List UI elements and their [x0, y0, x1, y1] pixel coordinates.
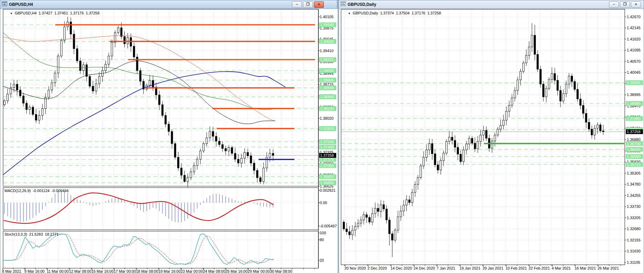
- bull-candle: [483, 130, 484, 135]
- bull-candle: [354, 226, 356, 230]
- bear-candle: [602, 131, 604, 132]
- price-tag-label: 1.36695: [320, 181, 334, 185]
- bear-candle: [168, 124, 170, 131]
- chart-client-right[interactable]: 1.426701.421451.416201.410951.405701.400…: [339, 9, 644, 273]
- bear-candle: [121, 28, 122, 37]
- bear-candle: [70, 22, 72, 34]
- chart-icon: [340, 1, 346, 8]
- bear-candle: [554, 73, 556, 80]
- bull-candle: [411, 192, 413, 203]
- bear-candle: [162, 105, 163, 115]
- bear-candle: [369, 217, 370, 222]
- bear-candle: [158, 95, 160, 105]
- bull-candle: [117, 28, 119, 33]
- price-tag-label: 1.38585: [627, 102, 641, 106]
- time-axis-label: 25 Mar 16:00: [225, 269, 248, 273]
- bear-candle: [79, 61, 81, 70]
- price-tag-label: 1.37175: [320, 157, 334, 162]
- price-tag-label: 1.36820: [320, 175, 334, 179]
- price-axis-label: -0.005497: [320, 224, 337, 228]
- bull-candle: [357, 223, 359, 226]
- chart-window-gbpusd-h4[interactable]: GBPUSD,H4 – ❐ × 1.401051.398751.396451.3…: [0, 0, 337, 273]
- time-axis-label: 23 Mar 00:00: [181, 269, 203, 273]
- time-axis-label: 26 Mar 2021: [598, 266, 619, 270]
- bull-candle: [414, 184, 416, 192]
- time-axis-label: 17 Mar 00:00: [114, 269, 136, 273]
- bear-candle: [588, 122, 590, 129]
- bear-candle: [139, 71, 141, 81]
- time-axis-label: 12 Mar 08:00: [69, 269, 91, 273]
- time-axis-label: 9 Mar 16:00: [24, 269, 45, 273]
- time-axis[interactable]: 8 Mar 20219 Mar 16:0011 Mar 00:0012 Mar …: [2, 268, 315, 273]
- bear-candle: [392, 234, 393, 240]
- price-tag-label: 1.37880: [627, 117, 641, 121]
- bull-candle: [565, 84, 567, 94]
- bear-candle: [234, 153, 236, 159]
- bull-candle: [187, 178, 189, 181]
- titlebar-right[interactable]: GBPUSD,Daily – ❐ ×: [339, 0, 644, 9]
- minimize-button[interactable]: –: [292, 1, 302, 8]
- price-axis[interactable]: 1.426701.421451.416201.410951.405701.400…: [625, 15, 643, 264]
- price-tag-label: 1.39940: [320, 23, 334, 27]
- bear-candle: [237, 159, 239, 163]
- window-title: GBPUSD,Daily: [348, 2, 376, 7]
- bull-candle: [372, 214, 373, 222]
- bull-candle: [500, 126, 501, 129]
- bull-candle: [13, 84, 15, 88]
- maximize-button[interactable]: ❐: [303, 1, 313, 8]
- time-axis-label: 15 Mar 16:00: [91, 269, 114, 273]
- price-tag-label: 1.39600: [320, 39, 334, 44]
- time-axis-label: 29 Jan 2021: [483, 266, 504, 270]
- time-axis-label: 4 Mar 2021: [552, 266, 571, 270]
- chart-client-left[interactable]: 1.401051.398751.396451.394101.391801.389…: [0, 9, 337, 273]
- bull-candle: [193, 166, 195, 172]
- close-button[interactable]: ×: [314, 1, 324, 8]
- price-axis-label: 20: [320, 258, 324, 262]
- bull-candle: [465, 144, 467, 150]
- bear-candle: [386, 209, 387, 220]
- bull-candle: [269, 153, 271, 157]
- bear-candle: [366, 215, 368, 217]
- bear-candle: [591, 129, 593, 135]
- bull-candle: [423, 157, 425, 166]
- price-axis-label: 1.33730: [627, 204, 641, 209]
- bull-candle: [42, 109, 43, 116]
- bull-candle: [563, 94, 564, 101]
- bull-candle: [494, 135, 496, 141]
- bear-candle: [124, 36, 125, 44]
- bear-candle: [486, 130, 487, 138]
- bear-candle: [583, 105, 584, 114]
- chart-window-gbpusd-daily[interactable]: GBPUSD,Daily – ❐ × 1.426701.421451.41620…: [339, 0, 644, 273]
- bull-candle: [38, 115, 40, 120]
- bear-candle: [383, 205, 385, 209]
- bear-candle: [89, 76, 91, 86]
- price-axis-label: 1.33205: [627, 216, 641, 220]
- chart-canvas-daily[interactable]: 1.426701.421451.416201.410951.405701.400…: [339, 9, 644, 273]
- bull-candle: [149, 80, 151, 85]
- bear-candle: [557, 80, 558, 91]
- minimize-button[interactable]: –: [609, 1, 619, 8]
- bear-candle: [471, 138, 473, 143]
- bull-candle: [406, 200, 407, 205]
- bear-candle: [272, 153, 274, 155]
- price-axis-label: 100: [320, 231, 326, 235]
- price-tag-label: 1.36090: [627, 154, 641, 158]
- chart-canvas-h4[interactable]: 1.401051.398751.396451.394101.391801.389…: [0, 9, 338, 273]
- titlebar-left[interactable]: GBPUSD,H4 – ❐ ×: [0, 0, 337, 9]
- bull-candle: [520, 71, 521, 80]
- bull-candle: [54, 73, 56, 83]
- bull-candle: [374, 208, 376, 213]
- bear-candle: [222, 145, 223, 149]
- bull-candle: [463, 150, 464, 162]
- close-button[interactable]: ×: [631, 1, 641, 8]
- bull-candle: [526, 56, 527, 63]
- bull-candle: [111, 43, 113, 56]
- bear-candle: [215, 136, 217, 141]
- bear-candle: [231, 147, 233, 153]
- restore-button[interactable]: ❐: [620, 1, 630, 8]
- price-axis-label: 1.31105: [627, 260, 640, 264]
- bull-candle: [45, 97, 46, 109]
- bull-candle: [228, 147, 230, 151]
- bear-candle: [474, 143, 476, 149]
- bull-candle: [266, 157, 268, 168]
